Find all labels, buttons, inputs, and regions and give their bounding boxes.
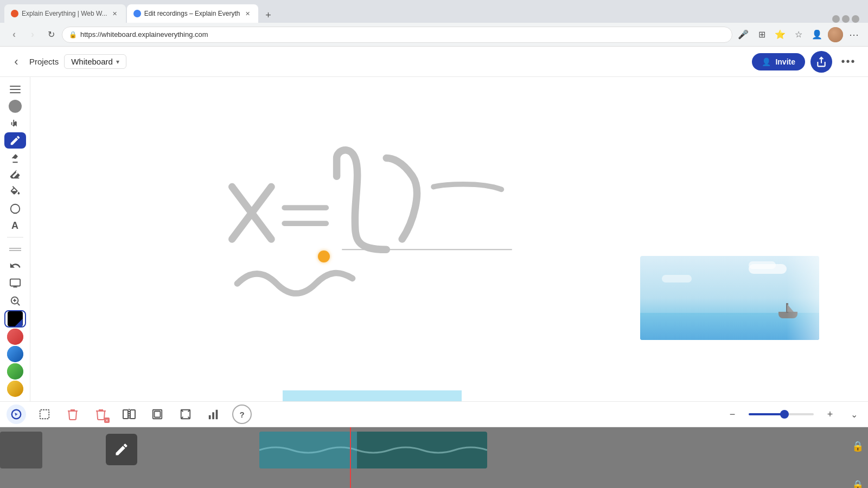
track-lock-1[interactable]: 🔒 (852, 440, 864, 452)
timeline-main-clip[interactable] (259, 432, 487, 468)
tab1-close[interactable]: ✕ (111, 9, 119, 18)
grid-btn[interactable]: ⊞ (754, 27, 769, 42)
timeline-audio-bar-area (0, 483, 868, 488)
undo-icon (9, 260, 21, 272)
browser-controls: ‹ › ↻ 🔒 https://whiteboard.explaineveryt… (0, 23, 868, 47)
hamburger-icon (10, 86, 21, 93)
back-projects-btn[interactable]: ‹ (9, 54, 24, 69)
close-btn[interactable] (852, 15, 859, 23)
eraser-tool-btn[interactable] (4, 166, 26, 182)
svg-point-4 (10, 204, 20, 214)
invite-btn[interactable]: 👤 Invite (752, 53, 805, 70)
tab1-title: Explain Everything | Web W... (22, 10, 107, 17)
timeline-crop-btn[interactable] (148, 404, 167, 424)
undo-btn[interactable] (4, 258, 26, 274)
zoom-in-canvas-btn[interactable] (4, 293, 26, 309)
browser-tab-1[interactable]: Explain Everything | Web W... ✕ (4, 4, 126, 23)
color-blue[interactable] (4, 346, 26, 362)
timeline-clip-left[interactable] (0, 432, 42, 468)
select-box-icon (39, 408, 50, 420)
svg-rect-5 (9, 248, 21, 249)
reload-btn[interactable]: ↻ (43, 27, 59, 42)
move-tool-btn[interactable] (4, 115, 26, 131)
timeline-delete-all-btn[interactable]: ✕ (91, 404, 111, 424)
svg-line-11 (17, 304, 20, 306)
timeline-selectbox-btn[interactable] (35, 404, 54, 424)
svg-rect-17 (123, 410, 128, 419)
pen-tool-btn[interactable] (4, 132, 26, 148)
new-tab-btn[interactable]: + (260, 8, 276, 23)
timeline-help-btn[interactable]: ? (232, 404, 252, 424)
highlighter-tool-btn[interactable] (4, 150, 26, 165)
zoom-out-btn[interactable]: − (725, 407, 740, 422)
timeline-stats-btn[interactable] (204, 404, 224, 424)
whiteboard-drawing[interactable] (30, 77, 868, 401)
browser-more-btn[interactable]: ⋯ (846, 27, 861, 42)
color-black[interactable] (4, 310, 26, 328)
move-icon (9, 118, 21, 130)
color-yellow[interactable] (4, 381, 26, 397)
stats-icon (208, 408, 220, 420)
shapes-icon (9, 203, 21, 215)
sun-dot (318, 251, 330, 262)
address-bar[interactable]: 🔒 https://whiteboard.explaineverything.c… (62, 27, 732, 43)
back-nav-btn[interactable]: ‹ (7, 27, 22, 42)
forward-nav-btn[interactable]: › (25, 27, 40, 42)
tab2-close[interactable]: ✕ (243, 9, 252, 18)
svg-rect-16 (40, 410, 49, 419)
svg-rect-3 (10, 92, 21, 93)
fill-icon (9, 186, 21, 198)
pen-icon (9, 134, 21, 146)
screen-tool-btn[interactable] (4, 275, 26, 291)
timeline-mask-btn[interactable] (176, 404, 195, 424)
whiteboard-label: Whiteboard (71, 57, 113, 66)
select-edit-icon (10, 408, 22, 420)
dropdown-icon: ▾ (116, 58, 119, 66)
timeline-split-btn[interactable] (119, 404, 139, 424)
projects-label[interactable]: Projects (29, 57, 59, 66)
svg-rect-21 (155, 412, 161, 418)
fill-tool-btn[interactable] (4, 184, 26, 200)
pencil-clip-icon (114, 442, 129, 457)
more-options-btn[interactable]: ••• (838, 51, 859, 73)
color-gray[interactable] (4, 98, 26, 114)
timeline-select-btn[interactable] (7, 404, 26, 424)
timeline-delete-btn[interactable] (63, 404, 82, 424)
browser-avatar[interactable] (828, 27, 843, 42)
zoom-icon (9, 295, 21, 307)
timeline-expand-btn[interactable]: ⌄ (846, 407, 861, 422)
favorites-btn[interactable]: ☆ (791, 27, 806, 42)
svg-rect-1 (10, 86, 21, 87)
invite-icon: 👤 (762, 57, 771, 66)
browser-tab-2[interactable]: Edit recordings – Explain Everyth ✕ (127, 4, 259, 23)
playhead[interactable] (350, 427, 351, 488)
account-btn[interactable]: 👤 (809, 27, 825, 42)
minimize-btn[interactable] (832, 15, 840, 23)
star-browser-btn[interactable]: ⭐ (773, 27, 788, 42)
color-green[interactable] (4, 363, 26, 380)
dots-tool-btn[interactable] (4, 241, 26, 256)
menu-btn[interactable] (4, 81, 26, 97)
address-url: https://whiteboard.explaineverything.com (80, 30, 208, 38)
dots-icon (9, 246, 21, 252)
tab2-favicon (133, 10, 141, 17)
invite-label: Invite (775, 57, 795, 66)
mic-browser-btn[interactable]: 🎤 (736, 27, 751, 42)
timeline-toolbar: ✕ ? − + (0, 401, 868, 427)
text-tool-btn[interactable]: A (4, 218, 26, 234)
zoom-in-btn[interactable]: + (822, 407, 838, 422)
shapes-tool-btn[interactable] (4, 201, 26, 216)
scene-illustration (640, 256, 819, 340)
timeline-clip-highlight (283, 390, 462, 401)
zoom-slider-thumb[interactable] (780, 410, 789, 419)
whiteboard-selector[interactable]: Whiteboard ▾ (64, 54, 126, 69)
track-lock-2[interactable]: 🔒 (852, 479, 864, 488)
color-red[interactable] (4, 329, 26, 345)
zoom-slider[interactable] (749, 413, 814, 415)
maximize-btn[interactable] (842, 15, 850, 23)
svg-rect-25 (216, 410, 218, 419)
highlighter-icon (9, 152, 21, 164)
timeline-pencil-clip[interactable] (106, 434, 137, 465)
browser-chrome: Explain Everything | Web W... ✕ Edit rec… (0, 0, 868, 47)
share-btn[interactable] (810, 51, 832, 73)
